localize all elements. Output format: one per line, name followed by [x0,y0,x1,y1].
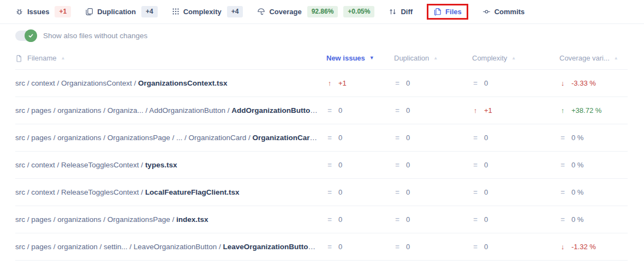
metric-value: 0 [338,161,342,169]
coverage-cell: ↑+38.72 % [559,106,628,115]
trend-icon: = [559,161,566,169]
toggle-knob [25,29,37,42]
complexity-cell: =0 [472,215,559,224]
new-issues-header-label: New issues [326,54,365,62]
duplication-cell: =0 [394,106,472,115]
sort-caret-coverage: ▲ [614,56,618,61]
table-row: src / pages / organization / settin... /… [15,233,628,261]
duplication-cell: =0 [394,79,472,87]
file-link[interactable]: src / context / ReleaseTogglesContext / … [15,161,326,169]
table-row: src / context / OrganizationsContext / O… [15,70,628,97]
tab-commits[interactable]: Commits [482,8,525,16]
complexity-cell: =0 [472,134,559,142]
metric-value: 0 [338,106,342,115]
column-header-filename[interactable]: Filename ▲ [15,54,326,62]
file-link[interactable]: src / context / OrganizationsContext / O… [15,79,326,87]
umbrella-icon [257,8,265,16]
complexity-cell: =0 [472,161,559,169]
metric-value: 0 [406,161,410,169]
tab-diff[interactable]: Diff [389,8,413,16]
file-path-name: LeaveOrganizationButton.tsx [223,243,325,251]
tab-complexity[interactable]: Complexity +4 [172,6,243,17]
trend-icon: = [394,188,401,196]
files-table: Filename ▲ New issues ▼ Duplication ▲ Co… [0,47,644,261]
sort-caret-complexity: ▲ [511,56,516,61]
coverage-cell: =0 % [559,161,628,169]
column-header-duplication[interactable]: Duplication ▲ [394,54,472,62]
metric-value: 0 [338,215,342,224]
metric-value: 0 [484,215,488,224]
tab-duplication[interactable]: Duplication +4 [85,6,157,17]
file-path-dir: src / pages / organizations / Organizati… [15,134,252,142]
metric-value: 0 [484,134,488,142]
table-row: src / pages / organizations / Organizati… [15,206,628,233]
metric-value: 0 % [571,215,583,224]
file-path-dir: src / pages / organizations / Organiza..… [15,106,231,115]
trend-icon: = [326,134,333,142]
trend-icon: ↓ [559,79,566,87]
tab-coverage[interactable]: Coverage 92.86% +0.05% [257,6,374,17]
copy-icon [85,8,93,16]
new-issues-cell: =0 [326,134,394,142]
sort-caret-new-issues: ▼ [369,56,374,61]
filter-row: Show also files without changes [0,24,644,47]
metric-value: 0 [484,188,488,196]
file-link[interactable]: src / pages / organizations / Organizati… [15,134,326,142]
complexity-cell: =0 [472,188,559,196]
complexity-cell: =0 [472,79,559,87]
coverage-cell: =0 % [559,188,628,196]
bug-icon [15,8,23,16]
metric-value: 0 % [571,188,583,196]
tab-coverage-label: Coverage [269,8,301,16]
tab-issues[interactable]: Issues +1 [15,6,71,17]
duplication-delta-badge: +4 [141,6,158,17]
trend-icon: = [394,79,401,87]
tab-duplication-label: Duplication [97,8,136,16]
duplication-cell: =0 [394,188,472,196]
metric-value: +1 [484,106,492,115]
file-path-name: AddOrganizationButton.tsx [231,106,326,115]
tab-files[interactable]: Files [427,4,468,20]
table-row: src / pages / organizations / Organizati… [15,124,628,152]
metric-value: 0 [484,79,488,87]
trend-icon: = [472,243,479,251]
file-path-name: LocalFeatureFlagClient.tsx [145,188,240,196]
trend-icon: = [472,188,479,196]
file-path-name: OrganizationCard.tsx [252,134,326,142]
file-link[interactable]: src / pages / organizations / Organizati… [15,215,326,224]
files-icon [433,8,442,16]
trend-icon: = [394,215,401,224]
metric-value: 0 [338,243,342,251]
trend-icon: ↑ [559,106,566,115]
tab-commits-label: Commits [494,8,525,16]
trend-icon: = [559,188,566,196]
file-link[interactable]: src / pages / organization / settin... /… [15,243,326,251]
coverage-cell: =0 % [559,134,628,142]
coverage-cell: ↓-3.33 % [559,79,628,87]
trend-icon: ↓ [559,243,566,251]
new-issues-cell: =0 [326,106,394,115]
metric-value: 0 [484,161,488,169]
metric-value: 0 [338,134,342,142]
file-path-dir: src / context / ReleaseTogglesContext / [15,161,145,169]
trend-icon: = [326,215,333,224]
trend-icon: = [326,161,333,169]
duplication-cell: =0 [394,134,472,142]
new-issues-cell: =0 [326,243,394,251]
new-issues-cell: =0 [326,215,394,224]
metric-value: +38.72 % [571,106,601,115]
commit-icon [482,8,491,16]
table-header-row: Filename ▲ New issues ▼ Duplication ▲ Co… [15,47,628,70]
complexity-header-label: Complexity [472,54,507,62]
file-link[interactable]: src / pages / organizations / Organiza..… [15,106,326,115]
metric-value: 0 [406,106,410,115]
file-link[interactable]: src / context / ReleaseTogglesContext / … [15,188,326,196]
complexity-cell: ↑+1 [472,106,559,115]
tab-diff-label: Diff [401,8,413,16]
column-header-coverage-variation[interactable]: Coverage vari... ▲ [559,54,628,62]
metric-value: 0 % [571,161,583,169]
metric-value: 0 [406,243,410,251]
column-header-new-issues[interactable]: New issues ▼ [326,54,394,62]
show-unchanged-files-toggle[interactable] [15,31,36,41]
column-header-complexity[interactable]: Complexity ▲ [472,54,559,62]
